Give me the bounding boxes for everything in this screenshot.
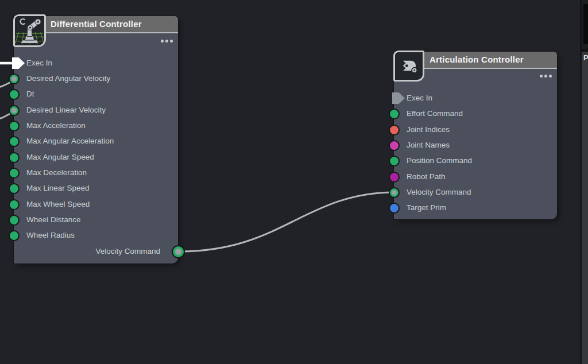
- port-effort-command[interactable]: [389, 109, 400, 119]
- port-robot-path[interactable]: [389, 172, 400, 183]
- port-joint-indices[interactable]: [389, 125, 400, 135]
- port-wheel-distance[interactable]: [9, 215, 20, 226]
- differential-controller-robot-icon: [13, 14, 46, 47]
- port-label: Joint Indices: [407, 123, 450, 136]
- port-max-acceleration[interactable]: [9, 121, 20, 131]
- port-label: Joint Names: [407, 139, 450, 152]
- port-desired-linear-velocity[interactable]: [9, 105, 20, 116]
- port-wheel-radius[interactable]: [9, 230, 20, 241]
- port-row-desired-linear-velocity: Desired Linear Velocity: [14, 104, 178, 117]
- port-label: Max Linear Speed: [26, 182, 90, 195]
- port-row-exec-in: Exec In: [394, 92, 557, 104]
- port-joint-names[interactable]: [389, 140, 400, 151]
- right-panel-top-section: [582, 0, 588, 49]
- port-row-desired-angular-velocity: Desired Angular Velocity: [14, 72, 178, 85]
- port-row-exec-in: Exec In: [14, 57, 178, 69]
- port-max-angular-acceleration[interactable]: [9, 136, 20, 147]
- port-row-max-angular-acceleration: Max Angular Acceleration: [14, 135, 178, 148]
- port-max-deceleration[interactable]: [9, 168, 20, 179]
- port-row-wheel-distance: Wheel Distance: [14, 214, 178, 226]
- port-target-prim[interactable]: [389, 203, 400, 214]
- port-label: Wheel Distance: [26, 214, 81, 226]
- port-label: Max Angular Speed: [26, 151, 94, 164]
- port-row-dt: Dt: [14, 88, 178, 100]
- node-articulation-controller[interactable]: Articulation Controller Exec In Effort C…: [394, 52, 557, 219]
- port-desired-angular-velocity[interactable]: [9, 73, 20, 84]
- port-row-target-prim: Target Prim: [394, 202, 557, 214]
- port-label: Wheel Radius: [26, 229, 75, 242]
- port-label: Max Acceleration: [26, 119, 86, 132]
- port-exec-in[interactable]: [392, 92, 405, 104]
- port-label: Desired Angular Velocity: [26, 72, 110, 85]
- articulation-controller-joint-icon: [393, 51, 424, 82]
- port-dt[interactable]: [9, 89, 20, 100]
- port-velocity-command-output[interactable]: [172, 245, 185, 258]
- port-label: Velocity Command: [95, 245, 160, 258]
- port-row-joint-names: Joint Names: [394, 139, 557, 152]
- port-label: Exec In: [407, 92, 432, 104]
- right-panel-sliver: P: [580, 0, 588, 364]
- port-row-velocity-command: Velocity Command: [394, 186, 557, 199]
- port-label: Max Deceleration: [26, 166, 87, 179]
- graph-canvas[interactable]: Differential Controller: [0, 0, 588, 364]
- node-title: Differential Controller: [51, 19, 142, 29]
- port-row-joint-indices: Joint Indices: [394, 123, 557, 136]
- port-max-linear-speed[interactable]: [9, 183, 20, 194]
- port-row-robot-path: Robot Path: [394, 171, 557, 183]
- port-row-max-acceleration: Max Acceleration: [14, 119, 178, 132]
- right-panel-body: P: [582, 0, 588, 364]
- port-label: Robot Path: [407, 171, 446, 183]
- port-label: Velocity Command: [407, 186, 471, 199]
- port-label: Target Prim: [407, 202, 446, 214]
- port-exec-in[interactable]: [12, 57, 25, 69]
- port-row-velocity-command-out: Velocity Command: [14, 245, 178, 258]
- port-label: Effort Command: [407, 107, 463, 120]
- more-options-icon[interactable]: [540, 75, 552, 78]
- right-panel-label: P: [583, 53, 588, 62]
- port-row-max-linear-speed: Max Linear Speed: [14, 182, 178, 195]
- port-row-position-command: Position Command: [394, 154, 557, 167]
- node-title: Articulation Controller: [430, 55, 524, 64]
- port-label: Max Angular Acceleration: [26, 135, 114, 148]
- port-label: Desired Linear Velocity: [26, 104, 106, 117]
- more-options-icon[interactable]: [161, 40, 173, 42]
- port-row-max-deceleration: Max Deceleration: [14, 166, 178, 179]
- port-row-wheel-radius: Wheel Radius: [14, 229, 178, 242]
- port-max-wheel-speed[interactable]: [9, 199, 20, 210]
- port-row-max-angular-speed: Max Angular Speed: [14, 151, 178, 164]
- right-panel-horizontal-divider: [582, 49, 588, 52]
- port-label: Dt: [26, 88, 34, 100]
- wire-velocity-command[interactable]: [178, 192, 394, 251]
- right-panel-inset: [583, 4, 588, 44]
- port-label: Exec In: [26, 57, 52, 69]
- port-velocity-command[interactable]: [389, 187, 400, 198]
- port-max-angular-speed[interactable]: [9, 152, 20, 163]
- node-differential-controller[interactable]: Differential Controller: [14, 16, 178, 264]
- port-row-max-wheel-speed: Max Wheel Speed: [14, 198, 178, 211]
- port-position-command[interactable]: [389, 156, 400, 166]
- port-label: Max Wheel Speed: [26, 198, 90, 211]
- port-label: Position Command: [407, 154, 472, 167]
- port-row-effort-command: Effort Command: [394, 107, 557, 120]
